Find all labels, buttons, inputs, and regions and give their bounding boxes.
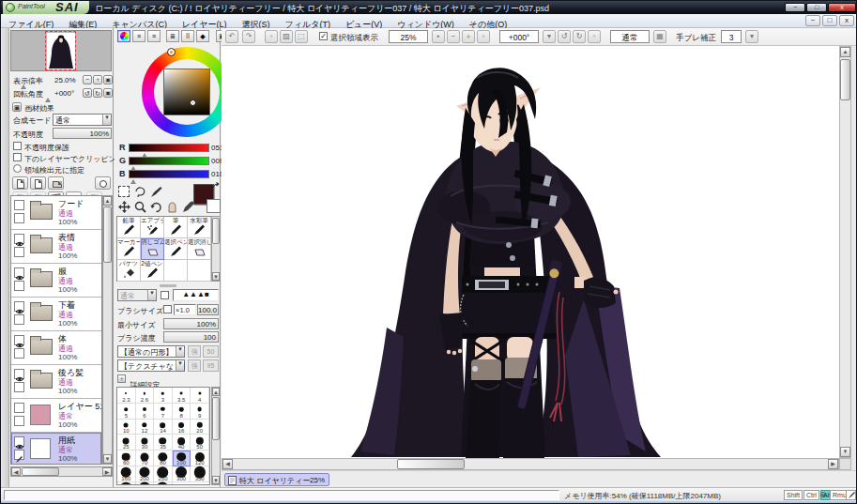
angle-slider-marker[interactable]: [45, 98, 51, 102]
brush-size-3.5[interactable]: 3.5: [173, 388, 191, 404]
layer-row-フード[interactable]: フード通過100%: [11, 196, 101, 230]
layer-edit-toggle[interactable]: [14, 314, 24, 325]
mdi-minimize-button[interactable]: −: [805, 15, 820, 26]
navigator-view-marquee[interactable]: [45, 31, 76, 70]
layer-edit-toggle[interactable]: [14, 213, 24, 223]
saturation-value-square[interactable]: [163, 69, 210, 115]
chevron-down-icon[interactable]: ▼: [147, 290, 156, 300]
blue-slider[interactable]: [129, 170, 209, 178]
show-selection-checkbox[interactable]: ✓: [319, 32, 328, 40]
rect-select-tool[interactable]: [118, 186, 130, 197]
new-vector-layer-button[interactable]: [30, 176, 46, 190]
layer-visibility-toggle[interactable]: [14, 369, 24, 379]
layer-row-レイヤー 51[interactable]: レイヤー 51通常100%: [11, 399, 101, 433]
layer-list-hscroll-thumb[interactable]: [22, 467, 59, 476]
brush-size-10[interactable]: 10: [117, 420, 136, 435]
scroll-right-icon[interactable]: ▶: [828, 459, 838, 469]
chevron-down-icon[interactable]: ▼: [102, 115, 111, 125]
color-wheel-tab[interactable]: [117, 30, 130, 42]
magic-wand-tool[interactable]: [150, 186, 162, 198]
layer-visibility-toggle[interactable]: [14, 200, 24, 210]
layer-row-下着[interactable]: 下着通過100%: [11, 298, 101, 331]
chevron-down-icon[interactable]: ▼: [176, 360, 184, 371]
brush-density-bar[interactable]: 100: [163, 331, 219, 343]
view-mode-dropdown[interactable]: 通常: [610, 30, 650, 43]
layer-edit-toggle[interactable]: [14, 281, 24, 291]
tool-鉛筆[interactable]: 鉛筆: [117, 217, 141, 238]
tool-grid-scroll-thumb[interactable]: [212, 218, 220, 244]
zoom-fit-button[interactable]: ▪: [432, 30, 445, 43]
tool-水彩筆[interactable]: 水彩筆: [188, 217, 211, 238]
brush-size-500[interactable]: 500: [154, 482, 173, 485]
brush-size-unit-checkbox[interactable]: [163, 305, 172, 313]
expand-selection-button[interactable]: ⬚: [295, 30, 308, 43]
tool-バケツ[interactable]: バケツ: [117, 260, 141, 282]
brush-size-16[interactable]: 16: [173, 420, 191, 435]
tool-エアブラシ[interactable]: エアブラシ: [141, 217, 164, 238]
angle-reset-button[interactable]: ▣: [103, 88, 113, 98]
scroll-left-icon[interactable]: ◀: [11, 467, 21, 476]
invert-selection-button[interactable]: ▨: [280, 30, 293, 43]
hand-tool[interactable]: [166, 201, 178, 213]
brush-size-60[interactable]: 60: [117, 451, 136, 466]
background-color-swatch[interactable]: [207, 199, 221, 213]
scroll-down-icon[interactable]: ▼: [840, 447, 850, 457]
layer-visibility-toggle[interactable]: [14, 403, 24, 413]
new-layer-button[interactable]: [12, 176, 28, 190]
layer-visibility-toggle[interactable]: [14, 335, 24, 345]
mdi-restore-button[interactable]: □: [822, 15, 837, 26]
tool-筆[interactable]: 筆: [164, 217, 188, 238]
brush-size-40[interactable]: 40: [173, 435, 191, 451]
scroll-up-icon[interactable]: ▲: [212, 388, 220, 396]
blue-slider-marker[interactable]: [130, 179, 136, 184]
document-tab[interactable]: 特大 ロイヤリティー… 25%: [224, 473, 329, 486]
canvas-hscrollbar[interactable]: ◀ ▶: [222, 458, 839, 470]
undo-button[interactable]: ↶: [225, 30, 238, 43]
layer-list-scroll-thumb[interactable]: [103, 206, 112, 263]
brush-size-multiplier[interactable]: ×1.0: [174, 304, 196, 315]
scroll-right-icon[interactable]: ▶: [102, 467, 112, 476]
rotate-cw-button[interactable]: ↻: [93, 88, 102, 98]
lasso-tool[interactable]: [134, 186, 146, 198]
layer-opacity-bar[interactable]: 100%: [53, 128, 112, 139]
tool-2値ペン[interactable]: 2値ペン: [141, 260, 164, 282]
brush-size-3[interactable]: 3: [154, 388, 173, 404]
mdi-close-button[interactable]: x: [839, 15, 854, 26]
preserve-opacity-checkbox[interactable]: [13, 142, 22, 150]
brush-texture-dropdown[interactable]: 【テクスチャなし】▼: [117, 359, 185, 372]
navigator-preview[interactable]: [10, 30, 112, 71]
chevron-down-icon[interactable]: ▼: [176, 346, 184, 357]
canvas-rotate-cw-button[interactable]: ↻: [573, 30, 586, 43]
layer-list-vscrollbar[interactable]: ▲ ▼: [102, 195, 113, 465]
deselect-button[interactable]: ▫: [265, 30, 278, 43]
tool-選択消し[interactable]: 選択消し: [188, 238, 211, 260]
canvas-angle-box[interactable]: +000°: [499, 30, 539, 43]
green-slider[interactable]: [129, 157, 209, 165]
brush-size-6[interactable]: 6: [136, 404, 155, 420]
panel-splitter-handle[interactable]: [160, 284, 176, 287]
brush-size-350[interactable]: 350: [191, 466, 209, 482]
close-button[interactable]: x: [828, 3, 856, 12]
brush-size-100[interactable]: 100: [173, 451, 191, 466]
canvas-vscroll-thumb[interactable]: [840, 59, 850, 100]
maximize-button[interactable]: □: [806, 3, 827, 12]
material-effect-expand-button[interactable]: ▣: [12, 102, 22, 112]
move-tool[interactable]: [118, 201, 130, 213]
zoom-in-button[interactable]: ＋: [93, 75, 102, 84]
new-layer-set-button[interactable]: [48, 176, 64, 190]
tool-マーカー[interactable]: マーカー: [117, 238, 141, 260]
brush-shape-dropdown[interactable]: 【通常の円形】▼: [117, 345, 185, 358]
scroll-left-icon[interactable]: ◀: [222, 459, 233, 469]
tool-消しゴム[interactable]: 消しゴム: [141, 238, 164, 260]
scroll-down-icon[interactable]: ▼: [103, 454, 112, 464]
canvas-angle-reset-button[interactable]: ▫: [588, 30, 601, 43]
layer-row-表情[interactable]: 表情通過100%: [11, 230, 101, 264]
pen-status-button[interactable]: [846, 490, 856, 500]
canvas-zoom-in-button[interactable]: ＋: [462, 30, 475, 43]
rotate-ccw-button[interactable]: ↺: [83, 88, 92, 98]
layer-row-用紙[interactable]: 用紙通常100%: [11, 433, 101, 465]
zoom-reset-button[interactable]: ▣: [103, 75, 113, 84]
brush-size-300[interactable]: 300: [173, 466, 191, 482]
scroll-up-icon[interactable]: ▲: [103, 196, 112, 206]
canvas-rotate-ccw-button[interactable]: ↺: [558, 30, 571, 43]
